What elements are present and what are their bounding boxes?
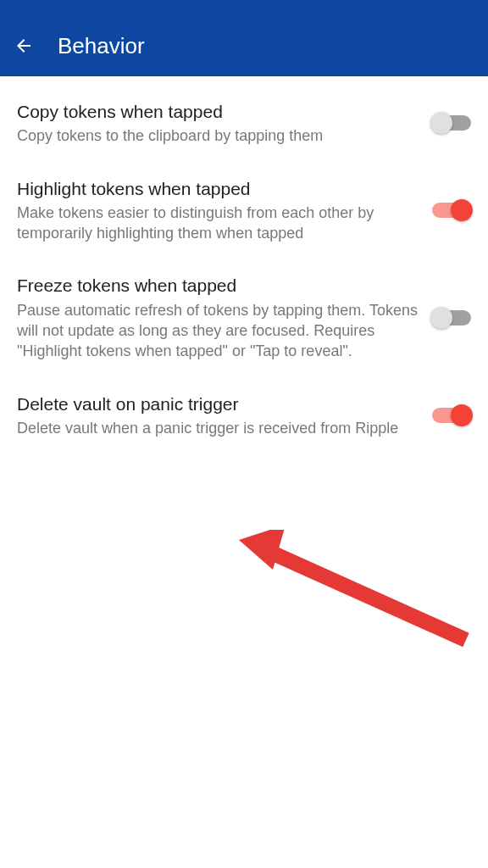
setting-delete-vault-panic[interactable]: Delete vault on panic trigger Delete vau… [0,377,488,454]
app-bar: Behavior [0,15,488,76]
setting-title: Freeze tokens when tapped [17,274,419,297]
back-button[interactable] [14,36,34,56]
toggle-thumb [451,404,473,426]
setting-copy-tokens[interactable]: Copy tokens when tapped Copy tokens to t… [0,85,488,162]
toggle-delete-vault-panic[interactable] [432,408,471,423]
setting-text: Delete vault on panic trigger Delete vau… [17,392,419,439]
setting-text: Highlight tokens when tapped Make tokens… [17,177,419,244]
toggle-thumb [430,112,452,134]
setting-freeze-tokens[interactable]: Freeze tokens when tapped Pause automati… [0,259,488,376]
setting-description: Make tokens easier to distinguish from e… [17,203,419,244]
status-bar [0,0,488,15]
back-arrow-icon [14,35,34,57]
setting-text: Freeze tokens when tapped Pause automati… [17,274,419,361]
setting-title: Highlight tokens when tapped [17,177,419,200]
setting-description: Pause automatic refresh of tokens by tap… [17,300,419,362]
page-title: Behavior [58,33,145,59]
svg-line-1 [258,547,466,640]
toggle-freeze-tokens[interactable] [432,310,471,326]
setting-title: Copy tokens when tapped [17,100,419,123]
toggle-copy-tokens[interactable] [432,115,471,131]
toggle-thumb [430,307,452,329]
setting-title: Delete vault on panic trigger [17,392,419,415]
toggle-thumb [451,199,473,221]
setting-description: Copy tokens to the clipboard by tapping … [17,125,419,146]
settings-list: Copy tokens when tapped Copy tokens to t… [0,76,488,453]
setting-highlight-tokens[interactable]: Highlight tokens when tapped Make tokens… [0,162,488,259]
setting-description: Delete vault when a panic trigger is rec… [17,418,419,438]
setting-text: Copy tokens when tapped Copy tokens to t… [17,100,419,147]
svg-marker-2 [239,530,286,570]
toggle-highlight-tokens[interactable] [432,203,471,218]
annotation-arrow [237,530,488,665]
